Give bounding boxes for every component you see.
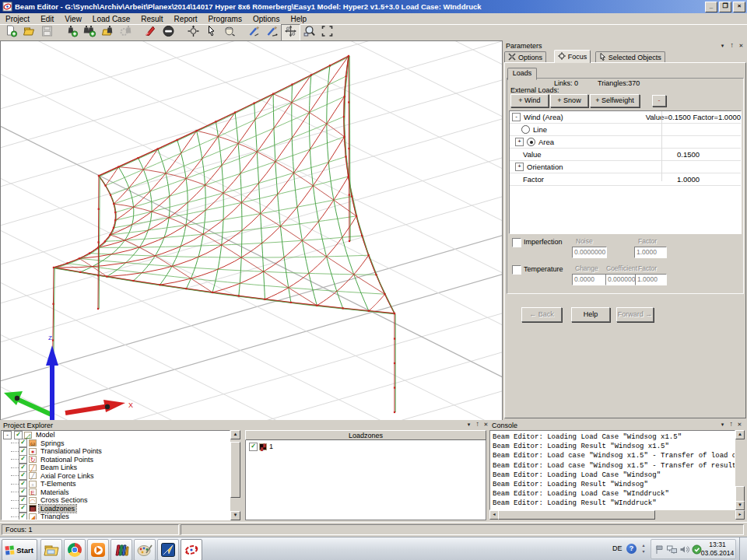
remove-load-button[interactable]: - <box>652 95 666 107</box>
explorer-dropdown-button[interactable]: ▾ <box>465 421 473 429</box>
cut-button[interactable] <box>142 25 160 40</box>
noise-field[interactable]: 0.0000000 <box>572 247 607 258</box>
taskbar-app-media-player[interactable] <box>87 539 109 560</box>
add-snow-button[interactable]: + Snow <box>550 94 588 107</box>
load-tree-row-value[interactable]: Value0.1500 <box>510 149 741 161</box>
sidebar-item-loadzones[interactable]: ✓▦Loadzones <box>2 505 230 513</box>
language-indicator[interactable]: DE <box>612 544 622 552</box>
help-tray-icon[interactable]: ? <box>626 544 637 554</box>
radio-line[interactable] <box>521 125 530 134</box>
select-button[interactable] <box>202 25 220 40</box>
back-button[interactable]: ← Back <box>521 307 562 322</box>
temperature-factor-field[interactable]: 1.0000 <box>635 274 667 285</box>
viewport-canvas[interactable]: XZ <box>1 41 502 420</box>
open-load-case-button[interactable] <box>99 25 117 40</box>
load-tree-row-wind-area[interactable]: -Wind (Area)Value=0.1500 Factor=1.0000 <box>510 111 741 124</box>
checkbox-triangles[interactable]: ✓ <box>19 513 27 520</box>
sidebar-item-t-elements[interactable]: ✓▫T-Elements <box>2 480 230 488</box>
console-hscrollbar[interactable]: ◂ ▸ <box>489 510 745 520</box>
console-vscrollbar[interactable]: ▲ ▼ <box>735 430 745 510</box>
save-button[interactable] <box>38 25 56 40</box>
taskbar-app-explorer[interactable] <box>40 539 62 560</box>
coefficient-field[interactable]: 0.0000000 <box>605 274 636 285</box>
new-model-button[interactable] <box>2 25 20 40</box>
collapse-icon[interactable]: - <box>512 113 521 121</box>
fit-view-button[interactable] <box>318 25 336 40</box>
console-close-button[interactable]: ✕ <box>735 421 744 429</box>
load-tree-row-area[interactable]: +Area <box>510 136 741 149</box>
sidebar-item-cross-sections[interactable]: ✓◠Cross Sections <box>2 496 230 505</box>
model-viewport[interactable]: XZ <box>0 40 503 421</box>
open-button[interactable] <box>20 25 38 40</box>
minimize-button[interactable]: _ <box>705 2 717 12</box>
explorer-close-button[interactable]: ✕ <box>482 421 490 429</box>
load-tree-row-line[interactable]: Line <box>510 124 741 136</box>
sidebar-item-model[interactable]: -✓◿Model <box>2 431 230 439</box>
menu-report[interactable]: Report <box>169 14 203 24</box>
menu-options[interactable]: Options <box>247 14 285 24</box>
sidebar-item-rotational-points[interactable]: ✓↻Rotational Points <box>2 456 230 464</box>
menu-help[interactable]: Help <box>285 14 312 24</box>
zoom-button[interactable] <box>300 25 318 40</box>
sidebar-item-axial-force-links[interactable]: ✓╱Axial Force Links <box>2 472 230 481</box>
network-icon[interactable] <box>667 544 677 555</box>
tab-selected-objects[interactable]: Selected Objects <box>595 51 665 62</box>
checkbox-beam-links[interactable]: ✓ <box>19 464 27 472</box>
add-wind-button[interactable]: + Wind <box>510 94 549 107</box>
tab-options[interactable]: Options <box>504 51 546 62</box>
checkbox-springs[interactable]: ✓ <box>19 439 27 447</box>
tab-focus[interactable]: Focus <box>554 50 591 63</box>
taskbar-app-library[interactable] <box>110 539 132 560</box>
console-log[interactable]: Beam Editor: Loading Load Case "Windsog … <box>489 430 735 510</box>
checkbox-rotational-points[interactable]: ✓ <box>19 455 27 464</box>
sidebar-item-triangles[interactable]: ✓◢Triangles <box>2 513 230 520</box>
radio-area[interactable] <box>527 138 535 146</box>
load-case-settings-button[interactable] <box>117 25 135 40</box>
taskbar-app-paint[interactable] <box>134 539 156 560</box>
draw-link-button[interactable] <box>245 25 263 40</box>
tray-expand-button[interactable]: ▴▾ <box>640 542 647 556</box>
parameters-pin-button[interactable]: ⊺ <box>728 42 736 50</box>
checkbox-axial-force-links[interactable]: ✓ <box>19 471 27 480</box>
menu-result[interactable]: Result <box>135 14 168 24</box>
explorer-pin-button[interactable]: ⊺ <box>473 421 482 429</box>
console-dropdown-button[interactable]: ▾ <box>718 421 727 429</box>
parameters-close-button[interactable]: ✕ <box>737 42 745 50</box>
sidebar-item-materials[interactable]: ✓EMaterials <box>2 488 230 497</box>
expand-icon[interactable]: + <box>515 163 524 171</box>
tab-loads[interactable]: Loads <box>507 68 537 80</box>
checkbox-loadzones[interactable]: ✓ <box>19 504 27 513</box>
help-button[interactable]: Help <box>571 307 610 322</box>
menu-view[interactable]: View <box>59 14 87 24</box>
loadzone-checkbox[interactable]: ✓ <box>249 443 258 451</box>
menu-load-case[interactable]: Load Case <box>87 14 135 24</box>
checkbox-model[interactable]: ✓ <box>14 431 23 439</box>
taskbar-app-viewer[interactable] <box>157 539 179 560</box>
load-tree-row-orientation[interactable]: +Orientation <box>510 161 741 173</box>
temperature-checkbox[interactable] <box>512 265 521 275</box>
speaker-icon[interactable] <box>679 544 689 555</box>
console-pin-button[interactable]: ⊺ <box>727 421 735 429</box>
project-explorer-scrollbar[interactable]: ▲ ▼ <box>230 430 240 520</box>
load-tree-row-factor[interactable]: Factor1.0000 <box>510 173 741 186</box>
move-button[interactable] <box>184 25 202 40</box>
change-field[interactable]: 0.0000 <box>572 274 606 285</box>
flag-icon[interactable] <box>654 544 665 555</box>
start-button[interactable]: Start <box>2 539 37 560</box>
imperfection-factor-field[interactable]: 1.0000 <box>634 247 667 258</box>
checkbox-t-elements[interactable]: ✓ <box>19 480 27 488</box>
collapse-icon[interactable]: - <box>3 431 12 439</box>
expand-icon[interactable]: + <box>515 138 524 146</box>
menu-programs[interactable]: Programs <box>203 14 247 24</box>
checkbox-cross-sections[interactable]: ✓ <box>19 496 27 505</box>
taskbar-app-beam-editor[interactable] <box>181 539 202 560</box>
add-load-cases-button[interactable] <box>81 25 99 40</box>
checkbox-translational-points[interactable]: ✓ <box>19 447 27 456</box>
loadzone-row[interactable]: ✓▞1 <box>246 440 486 451</box>
taskbar-app-chrome[interactable] <box>64 539 86 560</box>
sidebar-item-translational-points[interactable]: ✓✶Translational Points <box>2 447 230 456</box>
sidebar-item-springs[interactable]: ✓ωSprings <box>2 439 230 448</box>
checkbox-materials[interactable]: ✓ <box>19 488 27 496</box>
sidebar-item-beam-links[interactable]: ✓╱Beam Links <box>2 464 230 472</box>
show-desktop-button[interactable] <box>739 537 747 560</box>
